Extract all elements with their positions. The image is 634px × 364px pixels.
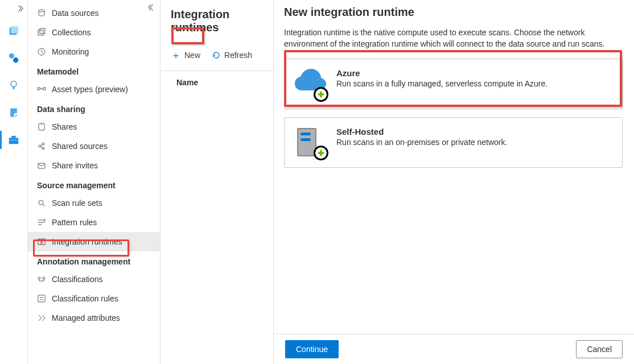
shared-sources-icon: [37, 142, 46, 151]
main-pane: New integration runtime Integration runt…: [274, 0, 634, 364]
nav-item-label: Data sources: [52, 9, 98, 18]
svg-point-27: [43, 277, 45, 279]
nav-monitoring[interactable]: Monitoring: [28, 42, 160, 61]
nav-collections[interactable]: Collections: [28, 23, 160, 42]
svg-rect-32: [300, 138, 311, 141]
integration-badge-icon: [314, 87, 328, 102]
share-icon: [37, 122, 46, 131]
nav-data-sources[interactable]: Data sources: [28, 3, 160, 23]
rail-data-catalog-icon[interactable]: [0, 17, 27, 44]
nav-item-label: Asset types (preview): [52, 85, 128, 94]
svg-point-26: [38, 277, 40, 279]
nav-pattern-rules[interactable]: Pattern rules: [28, 213, 160, 232]
nav-shared-sources[interactable]: Shared sources: [28, 136, 160, 156]
runtime-icon: [37, 237, 46, 246]
nav-panel: Data sources Collections Monitoring Meta…: [28, 0, 160, 364]
svg-rect-8: [9, 138, 19, 144]
scan-icon: [37, 198, 46, 208]
collections-icon: [37, 28, 46, 37]
svg-rect-28: [38, 295, 45, 302]
integration-badge-icon: [314, 146, 328, 160]
refresh-button[interactable]: Refresh: [207, 47, 257, 64]
database-icon: [37, 9, 46, 18]
new-button-label: New: [184, 51, 200, 60]
classification-icon: [37, 275, 46, 284]
card-subtitle: Run scans in a fully managed, serverless…: [336, 79, 547, 88]
expand-rail-button[interactable]: [0, 5, 27, 17]
rail-management-icon[interactable]: [0, 126, 27, 154]
nav-item-label: Classifications: [52, 275, 102, 284]
integration-runtimes-panel: Integration runtimes ＋ New Refresh Name: [160, 0, 274, 364]
nav-integration-runtimes[interactable]: Integration runtimes: [28, 232, 160, 251]
svg-rect-1: [11, 26, 18, 34]
rail-insights-icon[interactable]: [0, 72, 27, 99]
nav-item-label: Monitoring: [52, 47, 89, 56]
svg-point-4: [11, 81, 17, 87]
nav-section-sourcemgmt: Source management: [28, 175, 160, 193]
cloud-icon: [295, 68, 326, 100]
nav-item-label: Collections: [52, 28, 90, 37]
column-header-name: Name: [160, 71, 273, 92]
page-title: New integration runtime: [284, 6, 623, 19]
nav-shares[interactable]: Shares: [28, 117, 160, 136]
nav-item-label: Classification rules: [52, 294, 118, 303]
svg-rect-12: [38, 30, 43, 35]
nav-item-label: Scan rule sets: [52, 198, 102, 208]
rail-policies-icon[interactable]: [0, 99, 27, 126]
svg-point-23: [44, 220, 46, 221]
nav-item-label: Pattern rules: [52, 218, 97, 227]
svg-point-22: [39, 200, 43, 205]
footer: Continue Cancel: [274, 334, 634, 364]
svg-rect-13: [40, 28, 45, 34]
nav-classifications[interactable]: Classifications: [28, 270, 160, 289]
monitoring-icon: [37, 47, 46, 56]
page-description: Integration runtime is the native comput…: [284, 27, 623, 49]
svg-point-3: [13, 57, 18, 63]
nav-item-label: Shared sources: [52, 142, 108, 151]
nav-item-label: Share invites: [52, 161, 98, 170]
nav-managed-attributes[interactable]: Managed attributes: [28, 308, 160, 328]
svg-rect-25: [42, 239, 45, 245]
nav-section-metamodel: Metamodel: [28, 61, 160, 80]
card-subtitle: Run scans in an on-premises or private n…: [336, 138, 507, 147]
server-icon: [295, 127, 326, 158]
option-card-self-hosted[interactable]: Self-Hosted Run scans in an on-premises …: [284, 117, 623, 168]
card-title: Azure: [336, 68, 547, 78]
svg-point-11: [39, 10, 44, 12]
asset-icon: [37, 85, 46, 94]
nav-section-annotation: Annotation management: [28, 251, 160, 270]
svg-rect-16: [43, 88, 46, 90]
nav-scan-rule-sets[interactable]: Scan rule sets: [28, 193, 160, 213]
pattern-icon: [37, 218, 46, 227]
new-button[interactable]: ＋ New: [166, 47, 205, 64]
nav-item-label: Integration runtimes: [52, 237, 122, 246]
svg-point-18: [39, 145, 41, 147]
svg-rect-5: [13, 87, 14, 89]
svg-rect-9: [11, 136, 15, 138]
svg-rect-31: [300, 133, 311, 135]
continue-button[interactable]: Continue: [285, 340, 339, 358]
invite-icon: [37, 161, 46, 170]
nav-classification-rules[interactable]: Classification rules: [28, 289, 160, 308]
svg-point-2: [9, 53, 14, 59]
refresh-icon: [212, 51, 221, 60]
svg-rect-10: [9, 140, 19, 140]
plus-icon: ＋: [171, 50, 181, 60]
toolbar: ＋ New Refresh: [160, 43, 273, 67]
cancel-button[interactable]: Cancel: [576, 340, 623, 358]
card-title: Self-Hosted: [336, 127, 507, 136]
attributes-icon: [37, 313, 46, 322]
nav-item-label: Managed attributes: [52, 313, 120, 322]
refresh-button-label: Refresh: [224, 51, 252, 60]
panel-title: Integration runtimes: [171, 8, 263, 34]
nav-asset-types[interactable]: Asset types (preview): [28, 80, 160, 99]
rail-data-map-icon[interactable]: [0, 44, 27, 72]
svg-rect-24: [38, 239, 41, 245]
svg-rect-15: [38, 88, 40, 90]
nav-share-invites[interactable]: Share invites: [28, 156, 160, 175]
collapse-nav-button[interactable]: [147, 3, 155, 11]
option-card-azure[interactable]: Azure Run scans in a fully managed, serv…: [284, 59, 623, 109]
icon-rail: [0, 0, 28, 364]
nav-item-label: Shares: [52, 122, 77, 131]
nav-section-datasharing: Data sharing: [28, 99, 160, 117]
